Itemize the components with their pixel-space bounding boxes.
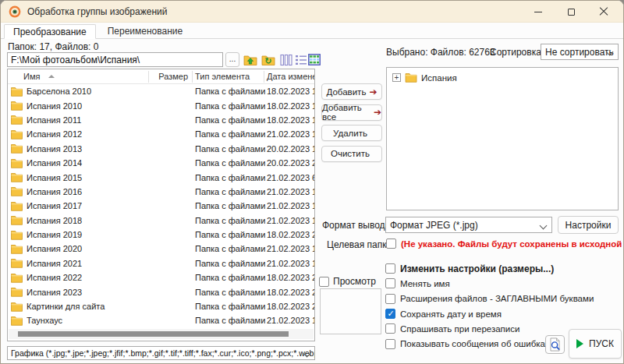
transfer-button[interactable]: Очистить [321,146,382,162]
tab-rename[interactable]: Переименование [99,24,192,39]
transfer-button[interactable]: Добавить все ➔ [321,104,382,121]
option-row[interactable]: Расширения файлов - ЗАГЛАВНЫМИ буквами [385,292,594,306]
option-row[interactable]: Менять имя [385,276,594,291]
transfer-button[interactable]: Добавить ➔ [321,83,382,100]
preview-pane [320,288,381,334]
horizontal-scrollbar-thumb[interactable] [18,331,289,337]
file-date: 21.02.2023 19:4 [267,259,314,268]
preview-report-button[interactable] [545,335,565,354]
file-row[interactable]: Испания 2011 Папка с файлами 18.02.2023 … [8,113,314,127]
column-separator [148,71,149,83]
file-row[interactable]: Испания 2014 Папка с файлами 20.02.2023 … [8,156,314,170]
file-name: Испания 2012 [27,129,195,139]
table-view-button[interactable] [307,52,321,67]
option-checkbox[interactable] [385,294,395,304]
folder-icon [11,101,23,111]
maximize-button[interactable] [555,1,587,23]
column-header-type[interactable]: Тип элемента [195,72,250,81]
minimize-icon [534,12,542,12]
folder-up-button[interactable] [243,52,257,67]
folder-icon [11,316,23,326]
folder-icon [11,143,23,154]
file-type: Папка с файлами [195,87,267,96]
output-format-select[interactable]: Формат JPEG (*.jpg) [385,217,552,233]
tab-conversion[interactable]: Преобразование [4,24,96,39]
file-name: Испания 2019 [27,230,195,239]
file-type: Папка с файлами [195,101,267,111]
file-type: Папка с файлами [195,173,267,182]
format-settings-button[interactable]: Настройки [558,216,619,234]
file-name: Барселона 2010 [27,87,195,96]
window-title: Обработка группы изображений [27,6,167,17]
file-name: Испания 2014 [27,158,195,168]
transfer-button[interactable]: Удалить [321,125,382,141]
transfer-button-label: Очистить [331,149,370,158]
transfer-button-label: Удалить [333,129,367,138]
option-row[interactable]: Спрашивать при перезаписи [385,321,594,336]
start-button[interactable]: ПУСК [569,329,622,359]
file-row[interactable]: Испания 2016 Папка с файлами 21.02.2023 … [8,185,314,199]
file-row[interactable]: Испания 2013 Папка с файлами 20.02.2023 … [8,142,314,156]
file-date: 18.02.2023 22:2 [267,288,314,297]
minimize-button[interactable] [522,1,555,23]
file-row[interactable]: Таунхаус Папка с файлами 21.02.2023 19:4 [8,313,314,327]
chevron-down-icon [540,222,548,230]
file-row[interactable]: Испания 2021 Папка с файлами 21.02.2023 … [8,256,314,270]
file-name: Испания 2018 [27,216,195,225]
path-input[interactable] [7,52,223,67]
option-checkbox[interactable] [385,339,395,349]
columns-view-button[interactable] [278,52,293,67]
file-row[interactable]: Барселона 2010 Папка с файлами 18.02.202… [8,84,314,98]
file-date: 21.02.2023 19:4 [267,316,314,325]
file-type: Папка с файлами [195,288,267,297]
output-format-value: Формат JPEG (*.jpg) [390,220,478,231]
preview-label: Просмотр [333,276,376,287]
file-row[interactable]: Испания 2010 Папка с файлами 18.02.2023 … [8,98,314,112]
tab-strip: Преобразование Переименование [1,24,623,39]
file-name: Испания 2010 [27,101,195,111]
tree-expand-icon[interactable]: + [392,73,401,82]
file-row[interactable]: Испания 2018 Папка с файлами 21.02.2023 … [8,214,314,228]
dialog-window: Обработка группы изображений Преобразова… [0,0,624,364]
option-checkbox[interactable] [385,263,395,274]
file-name: Испания 2017 [27,201,195,210]
option-checkbox[interactable] [385,309,395,319]
tree-node-root[interactable]: + Испания [392,72,618,83]
columns-view-icon [280,54,292,66]
horizontal-scrollbar[interactable] [9,329,314,339]
sort-label: Сортировка: [490,47,544,58]
preview-checkbox[interactable] [319,277,329,287]
folder-icon [11,302,23,312]
sort-select[interactable]: Не сортировать [541,44,619,60]
option-row[interactable]: Сохранять дату и время [385,306,594,321]
file-filter-select[interactable]: Графика (*.jpg;*.jpe;*.jpeg;*.jfif;*.bmp… [7,346,315,360]
file-date: 21.02.2023 19:4 [267,129,314,139]
browse-button[interactable]: ... [225,52,239,67]
folder-icon [11,258,23,268]
file-date: 18.02.2023 19:0 [267,115,314,125]
file-row[interactable]: Испания 2012 Папка с файлами 21.02.2023 … [8,127,314,141]
file-date: 21.02.2023 11:5 [267,201,314,210]
file-row[interactable]: Картинки для сайта Папка с файлами 18.02… [8,299,314,313]
option-checkbox[interactable] [385,323,395,334]
file-filter-value: Графика (*.jpg;*.jpe;*.jpeg;*.jfif;*.bmp… [11,348,315,358]
file-row[interactable]: Испания 2017 Папка с файлами 21.02.2023 … [8,199,314,213]
file-row[interactable]: Испания 2023 Папка с файлами 18.02.2023 … [8,284,314,299]
column-header-date[interactable]: Дата изменени [267,72,315,81]
folder-icon [405,72,417,83]
source-file-list[interactable]: Имя Размер Тип элемента Дата изменени Ба… [7,69,315,341]
file-row[interactable]: Испания 2020 Папка с файлами 21.02.2023 … [8,242,314,256]
selected-folders-tree[interactable]: + Испания [386,67,619,210]
column-header-name[interactable]: Имя [23,72,40,81]
target-folder-checkbox[interactable] [386,239,396,249]
file-type: Папка с файлами [195,230,267,239]
file-row[interactable]: Испания 2019 Папка с файлами 18.02.2023 … [8,228,314,242]
option-checkbox[interactable] [385,278,395,288]
close-button[interactable] [587,1,620,23]
file-row[interactable]: Испания 2022 Папка с файлами 18.02.2023 … [8,270,314,284]
file-row[interactable]: Испания 2015 Папка с файлами 21.02.2023 … [8,170,314,184]
app-icon [9,5,21,18]
column-header-size[interactable]: Размер [151,72,188,81]
folder-refresh-button[interactable]: ↻ [261,52,275,67]
option-row[interactable]: Изменить настройки (размеры...) [385,261,594,276]
